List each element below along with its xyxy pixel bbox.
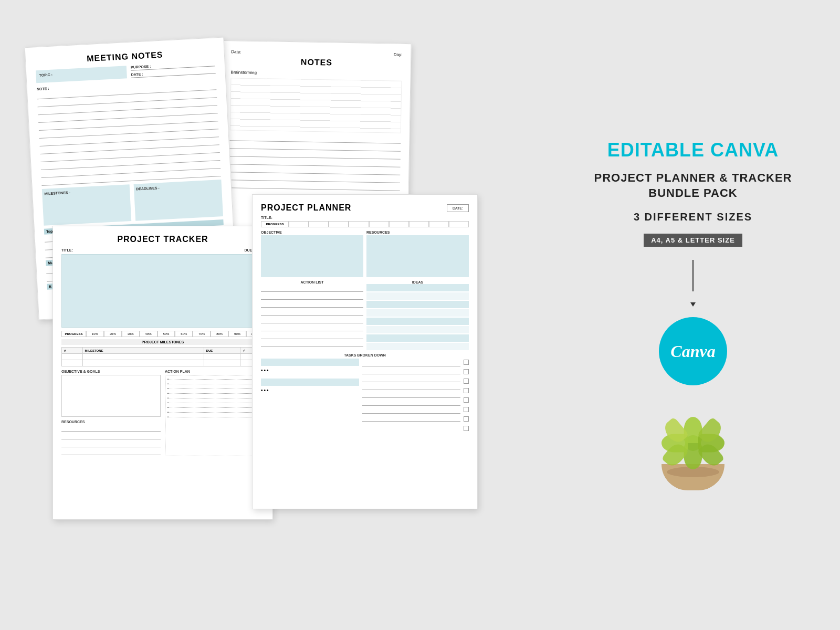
checkbox-1 [464,360,469,365]
checkbox-3 [464,379,469,384]
project-planner-card: PROJECT PLANNER DATE: TITLE: PROGRESS [252,194,478,509]
action-list-section: ACTION LIST [261,280,363,350]
bottom-boxes: MILESTONES - DEADLINES - [42,180,223,226]
objective-label: OBJECTIVE & GOALS [61,370,161,373]
ideas-row-2 [366,292,469,300]
milestone-table: # MILESTONE DUE ✓ [61,347,264,366]
right-fields: PURPOSE : DATE : [131,61,216,78]
ideas-row-1 [366,284,469,291]
progress-label: PROGRESS [61,331,86,337]
p60: 60% [175,331,193,337]
tasks-left: ••• ••• [261,359,359,431]
ideas-row-3 [366,301,469,308]
ideas-area [366,284,469,350]
arrow-head [690,302,696,307]
objective-label: OBJECTIVE [261,230,363,234]
resources-box [366,235,469,277]
milestone-row-2 [62,360,264,366]
tasks-right [362,359,460,431]
p30: 30% [122,331,140,337]
p40: 40% [140,331,158,337]
planner-progress-bar: PROGRESS [261,221,469,227]
notes-header-row: Date: Day: [231,49,402,57]
milestones-header: PROJECT MILESTONES [61,339,264,345]
p10: 10% [86,331,104,337]
date-label: Date: [231,49,241,54]
action-ideas-row: ACTION LIST IDEAS [261,280,469,350]
succulent [659,412,727,475]
checkbox-5 [464,397,469,403]
ideas-row-4 [366,309,469,317]
resources-label: RESOURCES [61,420,161,424]
p20: 20% [104,331,122,337]
topic-field: TOPIC : [36,66,127,83]
right-sidebar: EDITABLE CANVA PROJECT PLANNER & TRACKER… [567,129,819,501]
ideas-row-6 [366,326,469,333]
notes-title: NOTES [231,56,402,69]
progress-bar: PROGRESS 10% 20% 30% 40% 50% 60% 70% 80%… [61,331,264,337]
ideas-row-5 [366,318,469,325]
notes-area: NOTE : [37,77,221,186]
planner-progress-label: PROGRESS [261,221,289,227]
ideas-row-8 [366,343,469,350]
tracker-header: TITLE: DUE DATE: [61,248,264,252]
objective-section: OBJECTIVE [261,230,363,277]
planner-header: PROJECT PLANNER DATE: [261,203,469,213]
ideas-section: IDEAS [366,280,469,350]
tasks-section: TASKS BROKEN DOWN ••• ••• [261,353,469,431]
planner-title-label: TITLE: [261,216,469,219]
planner-title: PROJECT PLANNER [261,203,351,213]
checkboxes [464,359,469,431]
due-col: DUE [204,348,240,354]
brand-title: EDITABLE CANVA [607,140,779,161]
p70: 70% [193,331,211,337]
action-plan-section: ACTION PLAN • • • • • • • • • [165,370,264,457]
day-label: Day: [394,52,403,57]
milestone-header-row: # MILESTONE DUE ✓ [62,348,264,354]
checkbox-8 [464,426,469,431]
dot-area [230,78,402,133]
p50: 50% [158,331,175,337]
checkbox-2 [464,369,469,374]
num-col: # [62,348,83,354]
objective-goals-section: OBJECTIVE & GOALS RESOURCES [61,370,161,457]
objective-resources-row: OBJECTIVE RESOURCES [261,230,469,277]
checkbox-4 [464,388,469,393]
resources-label: RESOURCES [366,230,469,234]
bottom-section: OBJECTIVE & GOALS RESOURCES ACTION PLAN … [61,370,264,457]
action-plan-area: • • • • • • • • • [165,375,264,456]
objective-box [61,375,161,417]
size-badge: A4, A5 & LETTER SIZE [644,234,742,247]
milestone-row-1 [62,354,264,360]
size-heading: 3 DIFFERENT SIZES [634,211,752,223]
tasks-row: ••• ••• [261,359,469,431]
tracker-title-label: TITLE: [61,248,73,252]
documents-area: MEETING NOTES TOPIC : PURPOSE : DATE : N… [21,26,546,604]
p80: 80% [211,331,228,337]
canva-logo-circle: Canva [659,317,727,385]
checkbox-7 [464,416,469,422]
action-list-label: ACTION LIST [261,280,363,284]
p90: 90% [228,331,246,337]
resources-section: RESOURCES [366,230,469,277]
deadlines-box: DEADLINES - [134,180,223,221]
arrow-line [692,260,694,291]
ideas-label: IDEAS [366,280,469,284]
tasks-label: TASKS BROKEN DOWN [261,353,469,357]
action-plan-label: ACTION PLAN [165,370,264,373]
milestone-col: MILESTONE [82,348,204,354]
objective-box [261,235,363,277]
succulent-container [646,401,740,490]
project-tracker-card: PROJECT TRACKER TITLE: DUE DATE: PROGRES… [52,226,273,520]
brand-subtitle: PROJECT PLANNER & TRACKER BUNDLE PACK [594,171,792,201]
date-box: DATE: [447,204,469,212]
resources-area [61,425,161,457]
tracker-title: PROJECT TRACKER [61,235,264,244]
checkbox-6 [464,407,469,412]
main-container: MEETING NOTES TOPIC : PURPOSE : DATE : N… [21,21,819,609]
ideas-row-7 [366,334,469,342]
task-bar-2 [261,379,359,386]
brainstorming-label: Brainstorming [231,70,402,78]
task-bar-1 [261,359,359,366]
tracker-main-box [61,254,264,328]
